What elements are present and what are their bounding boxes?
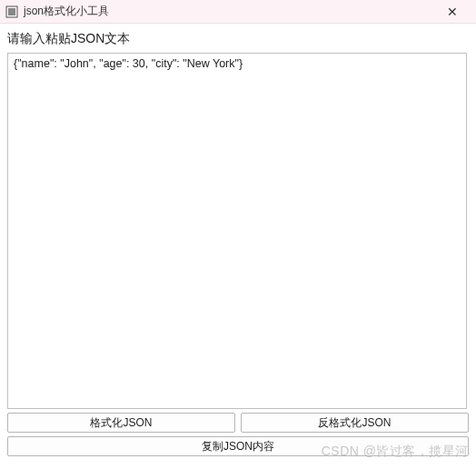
close-button[interactable]: ✕ <box>434 0 471 24</box>
svg-rect-1 <box>8 8 15 15</box>
button-row-2: 复制JSON内容 <box>7 436 469 456</box>
format-button[interactable]: 格式化JSON <box>7 413 235 433</box>
copy-button[interactable]: 复制JSON内容 <box>7 436 469 456</box>
content-area: 请输入粘贴JSON文本 格式化JSON 反格式化JSON 复制JSON内容 <box>0 24 476 464</box>
button-row-1: 格式化JSON 反格式化JSON <box>7 413 469 433</box>
unformat-button[interactable]: 反格式化JSON <box>241 413 469 433</box>
titlebar: json格式化小工具 ✕ <box>0 0 476 24</box>
close-icon: ✕ <box>447 5 458 19</box>
json-input-container <box>7 53 467 409</box>
app-icon <box>5 5 18 18</box>
prompt-label: 请输入粘贴JSON文本 <box>7 31 469 47</box>
json-input[interactable] <box>14 57 461 404</box>
window-title: json格式化小工具 <box>24 4 434 19</box>
